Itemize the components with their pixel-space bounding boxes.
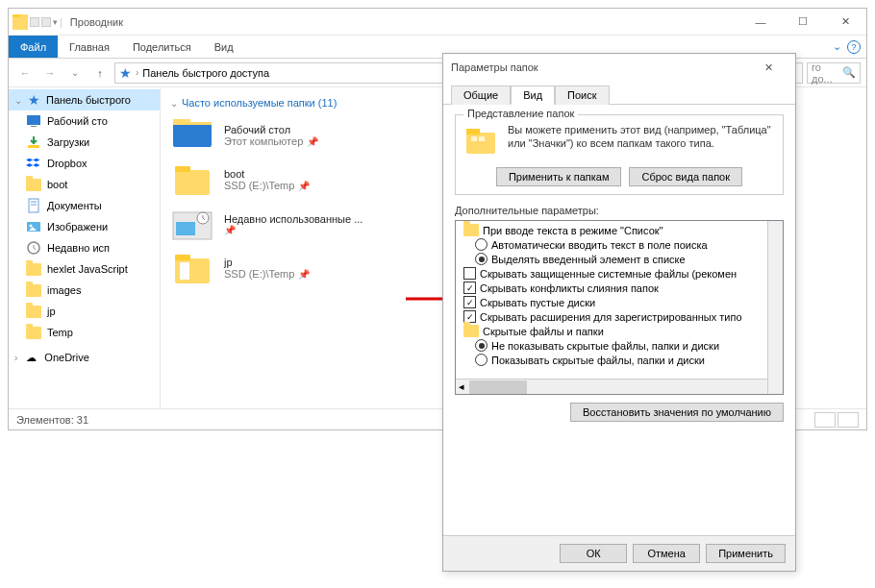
- nav-up[interactable]: ↑: [89, 62, 111, 84]
- minimize-button[interactable]: —: [739, 9, 782, 36]
- svg-point-9: [30, 225, 33, 228]
- dialog-title: Параметры папок: [451, 61, 538, 73]
- view-icons-button[interactable]: [838, 412, 859, 428]
- radio-icon: [475, 339, 488, 352]
- onedrive-icon: ☁: [23, 350, 38, 365]
- tree-group: Скрытые файлы и папки: [456, 324, 783, 338]
- svg-rect-1: [12, 14, 20, 17]
- expand-icon: ›: [14, 353, 17, 363]
- qat-button-2[interactable]: [41, 17, 51, 27]
- nav-item-pictures[interactable]: Изображени: [9, 216, 160, 237]
- tree-radio[interactable]: Выделять введенный элемент в списке: [456, 252, 783, 266]
- cancel-button[interactable]: Отмена: [633, 544, 700, 563]
- pin-icon: 📌: [298, 181, 310, 191]
- qat-dropdown[interactable]: ▾: [53, 17, 58, 27]
- dialog-footer: ОК Отмена Применить: [443, 535, 795, 571]
- folder-icon: [463, 224, 479, 236]
- nav-back[interactable]: ←: [14, 62, 36, 84]
- dropbox-icon: [26, 156, 41, 171]
- nav-recent[interactable]: ⌄: [64, 62, 86, 84]
- desktop-thumb-icon: [170, 116, 214, 155]
- reset-folders-button[interactable]: Сброс вида папок: [629, 167, 742, 186]
- checkbox-icon: [463, 267, 476, 280]
- tab-view[interactable]: Вид: [203, 36, 245, 58]
- tab-file[interactable]: Файл: [9, 36, 58, 58]
- search-box[interactable]: го до... 🔍: [807, 62, 861, 84]
- nav-item-downloads[interactable]: Загрузки: [9, 132, 160, 153]
- desktop-icon: [26, 113, 41, 129]
- dialog-tabs: Общие Вид Поиск: [443, 81, 795, 105]
- advanced-tree[interactable]: При вводе текста в режиме "Список" Автом…: [455, 220, 784, 395]
- nav-forward[interactable]: →: [39, 62, 61, 84]
- star-icon: ★: [28, 92, 40, 108]
- dialog-close-button[interactable]: ✕: [749, 54, 788, 81]
- vertical-scrollbar[interactable]: [767, 221, 783, 394]
- tab-home[interactable]: Главная: [58, 36, 121, 58]
- maximize-button[interactable]: ☐: [782, 9, 824, 36]
- search-icon: 🔍: [842, 66, 856, 79]
- apply-button[interactable]: Применить: [706, 544, 786, 563]
- ribbon-expand[interactable]: ⌄ ?: [833, 36, 866, 58]
- pictures-icon: [26, 219, 41, 234]
- nav-item-boot[interactable]: boot: [9, 174, 160, 195]
- tree-radio[interactable]: Автоматически вводить текст в поле поиск…: [456, 237, 783, 252]
- nav-pane: ⌄ ★ Панель быстрого Рабочий сто Загрузки…: [9, 87, 161, 408]
- folder-icon: [26, 177, 41, 192]
- tab-general[interactable]: Общие: [451, 86, 511, 105]
- folder-views-group: Представление папок Вы можете применить …: [455, 114, 784, 195]
- chevron-icon: ›: [136, 67, 138, 78]
- svg-rect-5: [29, 199, 38, 212]
- tab-share[interactable]: Поделиться: [121, 36, 203, 58]
- ok-button[interactable]: ОК: [560, 544, 627, 563]
- expand-icon: ⌄: [14, 95, 22, 106]
- folder-icon: [26, 325, 41, 340]
- recent-icon: [26, 240, 41, 256]
- tree-checkbox[interactable]: ✓Скрывать пустые диски: [456, 295, 783, 309]
- radio-icon: [475, 253, 488, 265]
- radio-icon: [475, 238, 488, 251]
- pin-icon: 📌: [298, 269, 310, 280]
- restore-defaults-button[interactable]: Восстановить значения по умолчанию: [570, 403, 784, 422]
- svg-rect-11: [173, 122, 212, 147]
- folder-icon: [463, 325, 479, 337]
- folder-thumb-icon: [170, 160, 214, 199]
- svg-rect-21: [180, 262, 189, 280]
- svg-rect-24: [466, 133, 495, 154]
- view-details-button[interactable]: [814, 412, 836, 428]
- tab-view[interactable]: Вид: [511, 86, 555, 105]
- folder-icon: [26, 304, 41, 319]
- nav-item-temp[interactable]: Temp: [9, 322, 160, 343]
- tree-radio[interactable]: Показывать скрытые файлы, папки и диски: [456, 353, 783, 367]
- close-button[interactable]: ✕: [824, 9, 866, 36]
- apply-to-folders-button[interactable]: Применить к папкам: [496, 167, 622, 186]
- folder-options-dialog: Параметры папок ✕ Общие Вид Поиск Предст…: [442, 53, 796, 572]
- documents-icon: [26, 198, 41, 213]
- nav-item-recent[interactable]: Недавно исп: [9, 237, 160, 258]
- folder-thumb-icon: [170, 249, 214, 287]
- titlebar: ▾ | Проводник — ☐ ✕: [9, 9, 866, 36]
- nav-item-documents[interactable]: Документы: [9, 195, 160, 216]
- tree-checkbox[interactable]: ✓Скрывать расширения для зарегистрирован…: [456, 309, 783, 324]
- qat-button-1[interactable]: [30, 17, 39, 27]
- nav-item-images[interactable]: images: [9, 280, 160, 301]
- svg-rect-2: [27, 115, 40, 125]
- tab-search[interactable]: Поиск: [555, 86, 609, 105]
- nav-item-desktop[interactable]: Рабочий сто: [9, 110, 160, 132]
- horizontal-scrollbar[interactable]: ◂: [456, 379, 767, 394]
- nav-quick-access[interactable]: ⌄ ★ Панель быстрого: [9, 89, 160, 110]
- tree-radio[interactable]: Не показывать скрытые файлы, папки и дис…: [456, 338, 783, 353]
- svg-rect-26: [471, 136, 477, 141]
- nav-item-jp[interactable]: jp: [9, 301, 160, 322]
- tree-checkbox[interactable]: Скрывать защищенные системные файлы (рек…: [456, 266, 783, 281]
- nav-onedrive[interactable]: ›☁OneDrive: [9, 347, 160, 368]
- svg-rect-3: [31, 126, 37, 127]
- status-text: Элементов: 31: [16, 414, 88, 426]
- tree-checkbox[interactable]: ✓Скрывать конфликты слияния папок: [456, 281, 783, 295]
- nav-item-hexlet[interactable]: hexlet JavaScript: [9, 258, 160, 280]
- folder-icon: [26, 282, 41, 298]
- svg-rect-17: [176, 222, 195, 235]
- search-placeholder: го до...: [812, 61, 838, 85]
- advanced-label: Дополнительные параметры:: [455, 205, 784, 216]
- nav-item-dropbox[interactable]: Dropbox: [9, 153, 160, 174]
- svg-rect-20: [175, 255, 190, 260]
